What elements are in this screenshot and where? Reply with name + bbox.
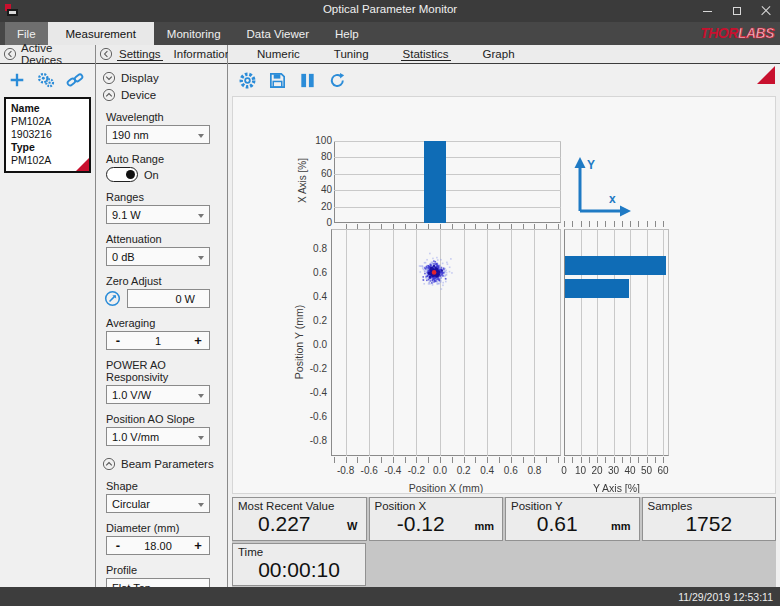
dropdown-shape[interactable]: Circular — [106, 494, 210, 513]
section-display[interactable]: Display — [102, 71, 219, 85]
stepper-diameter-mm: -18.00+ — [106, 536, 210, 555]
settings-gear-button[interactable] — [238, 71, 257, 90]
stepper-increase-button[interactable]: + — [187, 538, 209, 553]
gridline — [334, 190, 561, 191]
settings-fields: DisplayDeviceWavelength190 nmAuto RangeO… — [96, 64, 227, 597]
card-unit: W — [347, 520, 357, 532]
axis-tick — [564, 457, 565, 463]
menu-bar: FileMeasurementMonitoringData ViewerHelp… — [0, 22, 780, 45]
save-button[interactable] — [268, 71, 287, 90]
window-controls — [693, 0, 780, 22]
close-button[interactable] — [751, 0, 780, 22]
stepper-decrease-button[interactable]: - — [107, 538, 129, 553]
axis-tick — [622, 221, 623, 227]
axis-tick — [369, 457, 370, 463]
tick-label: 80 — [308, 151, 332, 162]
chevron-up-icon — [102, 457, 116, 471]
tab-graph[interactable]: Graph — [481, 48, 517, 60]
stepper-increase-button[interactable]: + — [187, 333, 209, 348]
minimize-button[interactable] — [693, 0, 722, 22]
dropdown-arrow-icon — [198, 214, 204, 218]
zero-adjust-icon[interactable] — [104, 290, 121, 307]
tab-numeric[interactable]: Numeric — [255, 48, 302, 60]
dropdown-power-ao-responsivity[interactable]: 1.0 V/W — [106, 385, 210, 404]
section-label-beam-parameters: Beam Parameters — [121, 458, 214, 470]
tick-label: 20 — [308, 201, 332, 212]
thorlabs-logo: THORLABS — [700, 25, 774, 41]
axis-tick — [499, 457, 500, 463]
tab-information[interactable]: Information — [172, 48, 234, 61]
axis-tick — [581, 221, 582, 227]
configure-devices-icon[interactable] — [37, 71, 55, 89]
reset-button[interactable] — [328, 71, 347, 90]
menu-item-data-viewer[interactable]: Data Viewer — [234, 22, 322, 45]
dropdown-position-ao-slope[interactable]: 1.0 V/mm — [106, 427, 210, 446]
tab-tuning[interactable]: Tuning — [332, 48, 371, 60]
tick-label: -0.8 — [299, 435, 327, 446]
axis-tick — [511, 457, 512, 463]
connect-device-icon[interactable] — [66, 71, 84, 89]
axis-tick — [655, 221, 656, 227]
collapse-panel-icon[interactable] — [99, 47, 113, 61]
x-histogram-plot — [334, 141, 561, 223]
dropdown-value-position-ao-slope: 1.0 V/mm — [112, 431, 159, 443]
axis-tick — [630, 457, 631, 463]
axis-tick — [572, 221, 573, 227]
pause-button[interactable] — [298, 71, 317, 90]
collapse-panel-icon[interactable] — [3, 47, 17, 61]
stat-cards-row: Most Recent Value0.227WPosition X-0.12mm… — [232, 497, 776, 541]
section-device[interactable]: Device — [102, 88, 219, 102]
tab-settings[interactable]: Settings — [117, 48, 163, 61]
dropdown-arrow-icon — [198, 256, 204, 260]
dropdown-wavelength[interactable]: 190 nm — [106, 125, 210, 144]
tick-label: 60 — [308, 168, 332, 179]
maximize-button[interactable] — [722, 0, 751, 22]
toggle-row-auto-range: On — [106, 167, 219, 182]
time-value: 00:00:10 — [233, 558, 365, 582]
card-position-x: Position X-0.12mm — [369, 497, 504, 541]
dropdown-attenuation[interactable]: 0 dB — [106, 247, 210, 266]
zero-adjust-field[interactable]: 0 W — [127, 289, 210, 308]
axis-tick — [638, 221, 639, 227]
field-label-profile: Profile — [106, 564, 219, 576]
alert-corner-badge — [757, 66, 775, 84]
time-label: Time — [238, 546, 263, 558]
section-beam-parameters[interactable]: Beam Parameters — [102, 457, 219, 471]
section-label-display: Display — [121, 72, 159, 84]
card-value: 0.227 — [233, 512, 336, 536]
axes-orientation-icon: Yx — [563, 153, 637, 219]
toggle-auto-range[interactable] — [106, 167, 138, 182]
card-value: 1752 — [643, 512, 776, 536]
field-label-averaging: Averaging — [106, 317, 219, 329]
card-unit: mm — [611, 520, 631, 532]
card-value: -0.12 — [370, 512, 473, 536]
axis-tick — [572, 457, 573, 463]
axis-tick — [597, 457, 598, 463]
menu-item-help[interactable]: Help — [322, 22, 372, 45]
axis-tick — [534, 457, 535, 463]
chart-toolbar — [228, 64, 780, 96]
stepper-decrease-button[interactable]: - — [107, 333, 129, 348]
thorlabs-logo-thor: THOR — [700, 25, 738, 41]
menu-item-monitoring[interactable]: Monitoring — [154, 22, 234, 45]
stepper-value-averaging: 1 — [129, 335, 187, 347]
dropdown-ranges[interactable]: 9.1 W — [106, 205, 210, 224]
field-label-shape: Shape — [106, 480, 219, 492]
field-label-diameter-mm: Diameter (mm) — [106, 522, 219, 534]
dropdown-value-ranges: 9.1 W — [112, 209, 141, 221]
minimize-icon — [703, 11, 712, 12]
device-card[interactable]: Name PM102A 1903216 Type PM102A — [4, 97, 91, 173]
tab-statistics[interactable]: Statistics — [401, 48, 451, 61]
add-device-icon[interactable] — [8, 71, 26, 89]
axis-tick — [655, 457, 656, 463]
axis-tick — [589, 221, 590, 227]
main-tabs: NumericTuningStatisticsGraph — [228, 45, 780, 64]
axis-tick — [638, 457, 639, 463]
gridline — [334, 157, 561, 158]
axis-tick — [487, 457, 488, 463]
dropdown-arrow-icon — [198, 394, 204, 398]
card-unit: mm — [474, 520, 494, 532]
card-label: Most Recent Value — [238, 500, 334, 512]
content-area: Active Devices Name PM102A 1903216 Type … — [0, 45, 780, 587]
axis-tick — [630, 221, 631, 227]
